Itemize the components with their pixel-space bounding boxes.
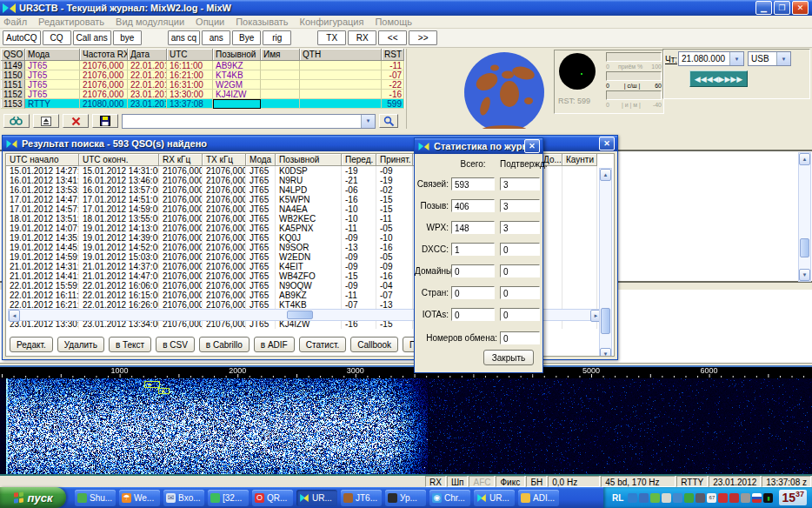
search-cell[interactable]: 21076,000 <box>159 271 203 281</box>
search-cell[interactable] <box>562 233 597 243</box>
toolbar-button[interactable]: CQ <box>43 30 71 45</box>
search-cell[interactable]: 22.01.2012 16:11:00 <box>6 291 79 300</box>
log-cell[interactable]: -16 <box>382 90 404 99</box>
search-cell[interactable]: 22.01.2012 15:59:00 <box>6 281 79 291</box>
search-column-header[interactable]: Перед. <box>342 154 376 166</box>
log-row[interactable]: 1153RTTY21080,00023.01.201213:37:08599 <box>1 99 405 109</box>
search-cell[interactable]: 21076,000 <box>203 291 246 300</box>
chevron-down-icon[interactable] <box>776 52 790 65</box>
search-cell[interactable]: JT65 <box>246 176 276 185</box>
stats-total-field[interactable]: 406 <box>451 199 495 212</box>
save-button[interactable] <box>92 114 118 128</box>
log-cell[interactable]: 23.01.2012 <box>128 99 167 109</box>
close-icon[interactable]: ✕ <box>792 1 809 15</box>
search-cell[interactable]: -10 <box>376 233 413 243</box>
taskbar-task-button[interactable]: Shu... <box>75 490 116 506</box>
toolbar-button[interactable]: Bye <box>232 30 261 45</box>
search-cell[interactable]: 21076,000 <box>159 166 203 176</box>
tray-chip-icon[interactable] <box>696 493 705 503</box>
search-cell[interactable]: 19.01.2012 14:13:00 <box>79 224 159 233</box>
search-cell[interactable]: 18.01.2012 13:55:00 <box>79 214 159 224</box>
log-cell[interactable]: KJ4IZW <box>213 90 261 99</box>
status-item[interactable]: 23.01.2012 <box>709 476 761 487</box>
search-cell[interactable]: 21076,000 <box>159 262 203 271</box>
search-cell[interactable]: 21076,000 <box>203 233 246 243</box>
search-cell[interactable]: AB9KZ <box>276 291 342 300</box>
log-cell[interactable] <box>213 99 261 109</box>
search-cell[interactable]: 17.01.2012 14:51:00 <box>79 195 159 204</box>
log-cell[interactable]: 1150 <box>1 70 25 80</box>
stats-total-field[interactable]: 593 <box>451 177 495 190</box>
stats-confirmed-field[interactable]: 0 <box>500 264 540 277</box>
log-cell[interactable]: W2GM <box>213 80 261 90</box>
taskbar-task-button[interactable]: ✉Bxo... <box>163 490 204 506</box>
search-cell[interactable]: 21076,000 <box>203 262 246 271</box>
log-cell[interactable]: 16:31:00 <box>167 80 213 90</box>
tray-network-icon[interactable] <box>639 493 649 503</box>
menu-item[interactable]: Конфигурация <box>300 17 364 27</box>
search-cell[interactable]: 21076,000 <box>203 185 246 195</box>
scroll-up-icon[interactable]: ▲ <box>600 169 611 181</box>
search-cell[interactable]: 17.01.2012 14:47:00 <box>6 195 79 204</box>
log-cell[interactable]: 21080,000 <box>80 99 128 109</box>
log-cell[interactable]: -07 <box>382 70 404 80</box>
search-cell[interactable]: -10 <box>342 204 376 214</box>
log-cell[interactable] <box>300 99 382 109</box>
toolbar-button[interactable]: bye <box>113 30 142 45</box>
taskbar-task-button[interactable]: ☂We... <box>119 490 160 506</box>
log-column-header[interactable]: QSO <box>1 49 25 61</box>
search-cell[interactable]: 21076,000 <box>159 176 203 185</box>
tray-counter-icon[interactable]: 67 <box>707 493 716 503</box>
search-cell[interactable] <box>562 271 597 281</box>
tray-rollback-icon[interactable] <box>628 493 637 503</box>
taskbar-task-button[interactable]: ◉Chr... <box>429 490 470 506</box>
scroll-thumb[interactable] <box>287 311 313 319</box>
scroll-thumb[interactable] <box>800 238 809 257</box>
log-cell[interactable]: 13:30:00 <box>167 90 213 99</box>
toolbar-button[interactable]: Call ans <box>73 30 111 45</box>
status-item[interactable]: БН <box>526 476 547 487</box>
log-cell[interactable] <box>300 61 382 70</box>
search-cell[interactable]: 21076,000 <box>159 214 203 224</box>
log-cell[interactable]: 21076,000 <box>80 80 128 90</box>
search-column-header[interactable]: RX кГц <box>159 154 203 166</box>
log-column-header[interactable]: Имя <box>261 49 300 61</box>
eject-button[interactable] <box>33 114 59 128</box>
log-column-header[interactable]: UTC <box>167 49 213 61</box>
search-action-button[interactable]: Удалить <box>57 337 104 352</box>
search-cell[interactable]: -06 <box>342 185 376 195</box>
search-cell[interactable]: JT65 <box>246 166 276 176</box>
scroll-thumb[interactable] <box>601 308 610 334</box>
search-cell[interactable]: 21076,000 <box>203 214 246 224</box>
search-cell[interactable]: -11 <box>342 291 376 300</box>
search-cell[interactable]: N4LPD <box>276 185 342 195</box>
tray-flower-icon[interactable] <box>650 493 660 503</box>
search-cell[interactable] <box>562 176 597 185</box>
status-item[interactable]: 45 bd, 170 Hz <box>601 476 676 487</box>
tray-shield-icon[interactable] <box>718 493 728 503</box>
search-cell[interactable]: -05 <box>376 224 413 233</box>
search-cell[interactable]: 19.01.2012 14:45:00 <box>6 243 79 252</box>
stats-confirmed-field[interactable]: 3 <box>500 199 540 212</box>
search-cell[interactable]: KQ0J <box>276 233 342 243</box>
search-cell[interactable]: 16.01.2012 13:57:00 <box>79 185 159 195</box>
search-cell[interactable]: 21076,000 <box>159 185 203 195</box>
log-cell[interactable]: 22.01.2012 <box>128 80 167 90</box>
tray-notes-icon[interactable] <box>662 493 671 503</box>
search-cell[interactable]: -02 <box>376 185 413 195</box>
search-cell[interactable]: NA4EA <box>276 204 342 214</box>
search-cell[interactable]: 21076,000 <box>159 252 203 262</box>
search-cell[interactable]: 22.01.2012 16:15:00 <box>79 291 159 300</box>
search-cell[interactable]: 15.01.2012 14:27:00 <box>6 166 79 176</box>
search-cell[interactable]: -15 <box>376 204 413 214</box>
toolbar-button[interactable]: TX <box>317 30 346 45</box>
search-action-button[interactable]: в ADIF <box>254 337 295 352</box>
search-cell[interactable] <box>562 281 597 291</box>
search-cell[interactable]: 21076,000 <box>203 281 246 291</box>
toolbar-button[interactable]: >> <box>409 30 437 45</box>
log-row[interactable]: 1149JT6521076,00022.01.201216:11:00AB9KZ… <box>1 61 405 70</box>
tray-clock[interactable]: 1537 <box>779 490 807 505</box>
log-cell[interactable]: 1152 <box>1 90 25 99</box>
toolbar-button[interactable]: << <box>378 30 407 45</box>
search-cell[interactable]: -09 <box>342 262 376 271</box>
